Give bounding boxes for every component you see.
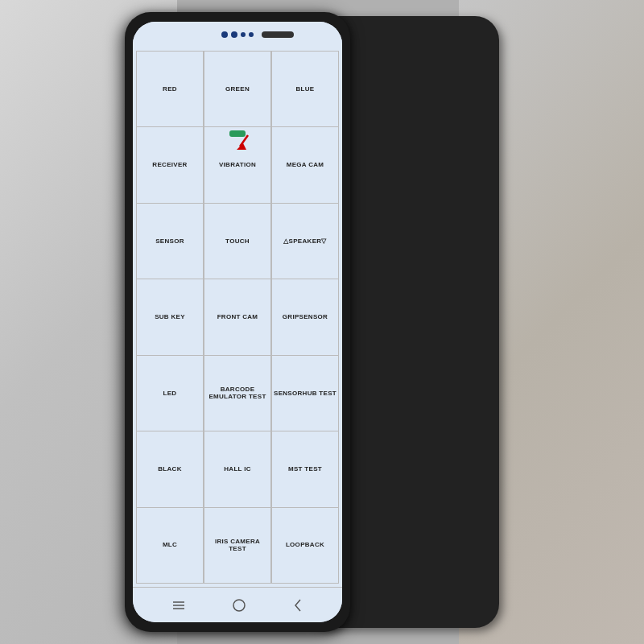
- cell-label-gripsensor: GRIPSENSOR: [283, 313, 328, 321]
- scene: REDGREENBLUERECEIVERVIBRATIONMEGA CAMSEN…: [0, 0, 644, 644]
- cell-label-touch: TOUCH: [225, 237, 250, 246]
- grid-cell-sensorhub[interactable]: SENSORHUB TEST: [271, 356, 339, 431]
- cell-label-green: GREEN: [225, 85, 250, 93]
- cell-label-sub-key: SUB KEY: [155, 313, 185, 321]
- cell-label-loopback: LOOPBACK: [286, 541, 324, 549]
- grid-cell-front-cam[interactable]: FRONT CAM: [204, 279, 271, 354]
- grid-row-6: MLCIRIS CAMERA TESTLOOPBACK: [136, 507, 339, 584]
- cell-label-front-cam: FRONT CAM: [217, 313, 258, 321]
- camera-dot-3: [241, 32, 246, 37]
- grid-row-5: BLACKHALL ICMST TEST: [136, 431, 339, 506]
- cell-label-mega-cam: MEGA CAM: [287, 161, 324, 169]
- grid-cell-vibration[interactable]: VIBRATION: [204, 127, 271, 202]
- grid-cell-led[interactable]: LED: [136, 356, 204, 431]
- camera-dots: [221, 31, 254, 38]
- home-button[interactable]: [232, 598, 246, 613]
- test-menu-grid: REDGREENBLUERECEIVERVIBRATIONMEGA CAMSEN…: [133, 47, 342, 587]
- cell-label-mlc: MLC: [163, 541, 177, 549]
- grid-row-2: SENSORTOUCH△SPEAKER▽: [136, 203, 339, 279]
- camera-dot-4: [249, 32, 254, 37]
- grid-cell-sub-key[interactable]: SUB KEY: [136, 279, 204, 354]
- cell-label-speaker: △SPEAKER▽: [283, 237, 326, 246]
- recent-apps-button[interactable]: [171, 600, 186, 611]
- grid-cell-sensor[interactable]: SENSOR: [136, 204, 204, 279]
- cell-label-sensor: SENSOR: [155, 237, 184, 246]
- back-button[interactable]: [292, 598, 303, 613]
- cell-label-vibration: VIBRATION: [219, 161, 256, 169]
- cell-label-receiver: RECEIVER: [152, 161, 187, 169]
- grid-cell-mst-test[interactable]: MST TEST: [271, 431, 339, 506]
- red-arrow-icon: [232, 132, 254, 155]
- navigation-bar: [133, 587, 342, 622]
- grid-cell-mega-cam[interactable]: MEGA CAM: [271, 127, 339, 202]
- grid-cell-receiver[interactable]: RECEIVER: [136, 127, 204, 202]
- grid-cell-hall-ic[interactable]: HALL IC: [204, 431, 271, 506]
- grid-cell-green[interactable]: GREEN: [204, 52, 271, 126]
- grid-cell-blue[interactable]: BLUE: [271, 52, 339, 126]
- phone-front: REDGREENBLUERECEIVERVIBRATIONMEGA CAMSEN…: [125, 12, 350, 632]
- cell-label-iris-camera: IRIS CAMERA TEST: [206, 538, 269, 553]
- grid-cell-gripsensor[interactable]: GRIPSENSOR: [271, 279, 339, 354]
- grid-cell-black[interactable]: BLACK: [136, 431, 204, 506]
- grid-row-4: LEDBARCODE EMULATOR TESTSENSORHUB TEST: [136, 355, 339, 431]
- cell-label-hall-ic: HALL IC: [224, 465, 251, 473]
- cell-label-black: BLACK: [158, 465, 182, 473]
- cell-label-red: RED: [163, 85, 177, 93]
- grid-cell-touch[interactable]: TOUCH: [204, 204, 271, 279]
- grid-cell-loopback[interactable]: LOOPBACK: [271, 508, 339, 583]
- grid-cell-barcode[interactable]: BARCODE EMULATOR TEST: [204, 356, 271, 431]
- status-bar: [133, 22, 342, 47]
- screen: REDGREENBLUERECEIVERVIBRATIONMEGA CAMSEN…: [133, 22, 342, 622]
- grid-cell-mlc[interactable]: MLC: [136, 508, 204, 583]
- cell-label-mst-test: MST TEST: [288, 465, 322, 473]
- svg-point-5: [233, 600, 245, 611]
- grid-row-0: REDGREENBLUE: [136, 51, 339, 126]
- svg-line-0: [240, 135, 248, 147]
- camera-dot-1: [221, 31, 228, 38]
- grid-cell-red[interactable]: RED: [136, 52, 204, 126]
- cell-label-sensorhub: SENSORHUB TEST: [274, 390, 336, 398]
- cell-label-blue: BLUE: [296, 85, 315, 93]
- cell-label-led: LED: [163, 390, 177, 398]
- grid-cell-iris-camera[interactable]: IRIS CAMERA TEST: [204, 508, 271, 583]
- camera-dot-2: [231, 31, 237, 38]
- grid-row-3: SUB KEYFRONT CAMGRIPSENSOR: [136, 279, 339, 354]
- grid-cell-speaker[interactable]: △SPEAKER▽: [271, 204, 339, 279]
- earpiece-speaker: [262, 31, 294, 38]
- cell-label-barcode: BARCODE EMULATOR TEST: [206, 386, 269, 401]
- grid-row-1: RECEIVERVIBRATIONMEGA CAM: [136, 126, 339, 202]
